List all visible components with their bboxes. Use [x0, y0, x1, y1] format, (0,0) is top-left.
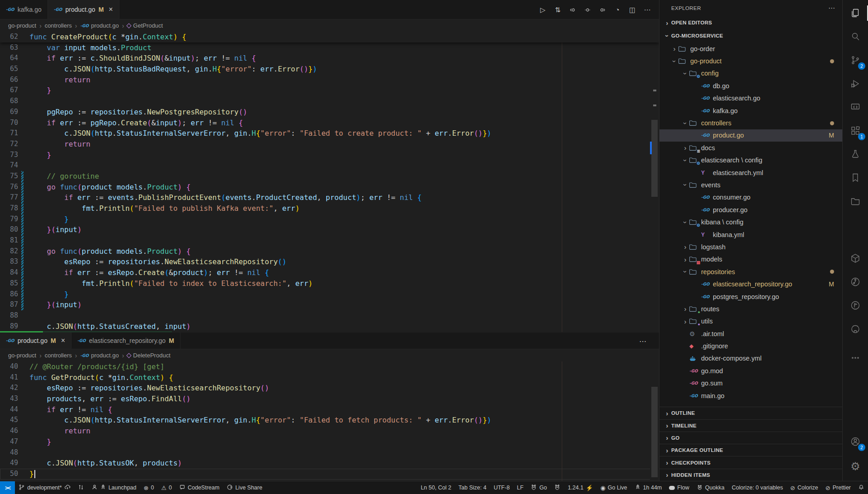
tree-item-elasticsearch.go[interactable]: -GOelasticsearch.go — [659, 92, 842, 104]
breadcrumb-item-go-product[interactable]: go-product — [8, 352, 36, 359]
status-remote-indicator[interactable]: >< — [0, 481, 15, 494]
tree-item-docs[interactable]: ›≣docs — [659, 142, 842, 154]
status-colorize-count[interactable]: Colorize: 0 variables — [728, 481, 787, 494]
search-icon[interactable] — [843, 26, 868, 47]
settings-icon[interactable]: ⚙ — [843, 456, 868, 477]
scrollbar-bottom-editor[interactable] — [650, 361, 659, 481]
tree-item-go.mod[interactable]: -GOgo.mod — [659, 365, 842, 377]
tree-item-product.go[interactable]: -GOproduct.goM — [659, 129, 842, 142]
tree-item-kibana-config[interactable]: ›⚙kibana \ config — [659, 216, 842, 228]
nav-back-icon[interactable] — [567, 5, 578, 15]
remote-explorer-icon[interactable] — [843, 97, 868, 118]
section-timeline[interactable]: ›TIMELINE — [659, 419, 842, 432]
status-prettier[interactable]: ⊘Prettier — [822, 481, 854, 494]
status-go-version[interactable]: 1.24.1⚡ — [564, 481, 597, 494]
sync-icon[interactable]: ⇅ — [552, 5, 563, 15]
nav-forward-icon[interactable] — [597, 5, 608, 15]
more-actions-icon[interactable]: ⋯ — [639, 337, 647, 346]
status-launchpad[interactable]: Launchpad — [88, 481, 140, 494]
breadcrumb-item-controllers[interactable]: controllers — [45, 22, 72, 29]
close-icon[interactable]: × — [109, 5, 113, 14]
breadcrumb-item-product.go[interactable]: -GOproduct.go — [80, 22, 119, 29]
tree-item-elasticsearch-config[interactable]: ›⚙elasticsearch \ config — [659, 154, 842, 166]
package-icon[interactable] — [843, 248, 868, 269]
bookmarks-icon[interactable] — [843, 167, 868, 188]
tree-item-producer.go[interactable]: -GOproducer.go — [659, 204, 842, 216]
breadcrumb-item-GetProduct[interactable]: GetProduct — [127, 22, 163, 29]
tree-item-.air.toml[interactable]: ⚙.air.toml — [659, 328, 842, 340]
breadcrumb-item-controllers[interactable]: controllers — [45, 352, 72, 359]
split-editor-icon[interactable]: ◫ — [627, 5, 638, 15]
tree-item-kibana.yml[interactable]: Ykibana.yml — [659, 228, 842, 241]
tree-item-go.sum[interactable]: -GOgo.sum — [659, 377, 842, 390]
tab-product-go-bottom[interactable]: -GO product.go M × — [0, 332, 71, 349]
account-icon[interactable]: 2 — [843, 431, 868, 452]
status-encoding[interactable]: UTF-8 — [490, 481, 513, 494]
pin-circle-icon[interactable] — [843, 295, 868, 316]
views-more-actions-icon[interactable]: ⋯ — [828, 4, 836, 12]
section-package-outline[interactable]: ›PACKAGE OUTLINE — [659, 444, 842, 456]
status-quokka[interactable]: Quokka — [693, 481, 728, 494]
tree-item-utils[interactable]: ›●utils — [659, 315, 842, 328]
tree-item-go-order[interactable]: ›go-order — [659, 43, 842, 55]
code-editor-top[interactable]: 62func CreateProduct(c *gin.Context) {63… — [0, 32, 659, 332]
status-codestream[interactable]: CodeStream — [175, 481, 223, 494]
nav-dot-icon[interactable] — [582, 5, 593, 15]
tree-item-go-product[interactable]: ›go-product — [659, 55, 842, 67]
tree-item-controllers[interactable]: ›controllers — [659, 117, 842, 129]
tree-item-models[interactable]: ›▤models — [659, 253, 842, 266]
tree-item-.gitignore[interactable]: ◆.gitignore — [659, 340, 842, 352]
scrollbar-thumb[interactable] — [651, 387, 658, 477]
section-checkpoints[interactable]: ›CHECKPOINTS — [659, 456, 842, 468]
tree-item-db.go[interactable]: -GOdb.go — [659, 80, 842, 92]
tree-item-consumer.go[interactable]: -GOconsumer.go — [659, 191, 842, 204]
more-icon[interactable]: ⋯ — [642, 5, 653, 15]
status-go-live[interactable]: ◉Go Live — [597, 481, 631, 494]
tree-item-config[interactable]: ›⚙config — [659, 67, 842, 80]
section-go[interactable]: ›GO — [659, 432, 842, 444]
tree-item-events[interactable]: ›events — [659, 179, 842, 191]
timer-icon[interactable]: ◔ — [612, 5, 623, 15]
more-icon[interactable] — [843, 347, 868, 368]
explorer-icon[interactable] — [843, 3, 868, 24]
extensions-icon[interactable]: 1 — [843, 120, 868, 141]
tree-item-kafka.go[interactable]: -GOkafka.go — [659, 104, 842, 117]
github-icon[interactable] — [843, 318, 868, 339]
tree-item-logstash[interactable]: ›logstash — [659, 241, 842, 253]
status-language-go[interactable]: Go — [527, 481, 550, 494]
status-time-tracker[interactable]: 1h 44m — [631, 481, 666, 494]
status-compare-changes[interactable] — [74, 481, 88, 494]
section-hidden-items[interactable]: ›HIDDEN ITEMS — [659, 469, 842, 481]
git-graph-icon[interactable] — [843, 271, 868, 292]
section-outline[interactable]: ›OUTLINE — [659, 407, 842, 419]
scrollbar-top-editor[interactable] — [650, 32, 659, 332]
breadcrumb-item-DeleteProduct[interactable]: DeleteProduct — [127, 352, 170, 359]
source-control-icon[interactable]: 2 — [843, 50, 868, 71]
tree-item-routes[interactable]: ›●routes — [659, 303, 842, 315]
testing-icon[interactable] — [843, 144, 868, 165]
breadcrumb-item-go-product[interactable]: go-product — [8, 22, 36, 29]
status-live-share[interactable]: Live Share — [223, 481, 266, 494]
tree-item-docker-compose.yml[interactable]: docker-compose.yml — [659, 352, 842, 365]
tree-item-elasticsearch-repository.go[interactable]: -GOelasticsearch_repository.goM — [659, 278, 842, 290]
code-editor-bottom[interactable]: 40// @Router /products/{id} [get]41func … — [0, 361, 659, 481]
status-cursor-position[interactable]: Ln 50, Col 2 — [417, 481, 455, 494]
status-eol[interactable]: LF — [513, 481, 527, 494]
status-flow[interactable]: Flow — [665, 481, 693, 494]
workspace-root[interactable]: › GO-MICROSERVICE — [659, 29, 842, 43]
breadcrumb-item-product.go[interactable]: -GOproduct.go — [80, 352, 119, 359]
status-notifications-bell[interactable] — [854, 481, 868, 494]
close-icon[interactable]: × — [61, 337, 65, 345]
scrollbar-thumb[interactable] — [651, 120, 658, 197]
status-git-branch[interactable]: development* — [15, 481, 74, 494]
status-problems-errors[interactable]: ⊗0 — [140, 481, 158, 494]
status-gopher-badge[interactable] — [550, 481, 564, 494]
tab-kafka-go[interactable]: -GO kafka.go — [0, 0, 48, 19]
tab-product-go[interactable]: -GO product.go M × — [48, 0, 119, 19]
tree-item-elasticsearch.yml[interactable]: Yelasticsearch.yml — [659, 166, 842, 179]
run-icon[interactable]: ▷ — [537, 5, 548, 15]
open-editors-section[interactable]: › OPEN EDITORS — [659, 16, 842, 29]
tab-elasticsearch-repository-go[interactable]: -GO elasticsearch_repository.go M — [71, 332, 180, 349]
tree-item-main.go[interactable]: -GOmain.go — [659, 390, 842, 402]
tree-item-repositories[interactable]: ›repositories — [659, 266, 842, 278]
